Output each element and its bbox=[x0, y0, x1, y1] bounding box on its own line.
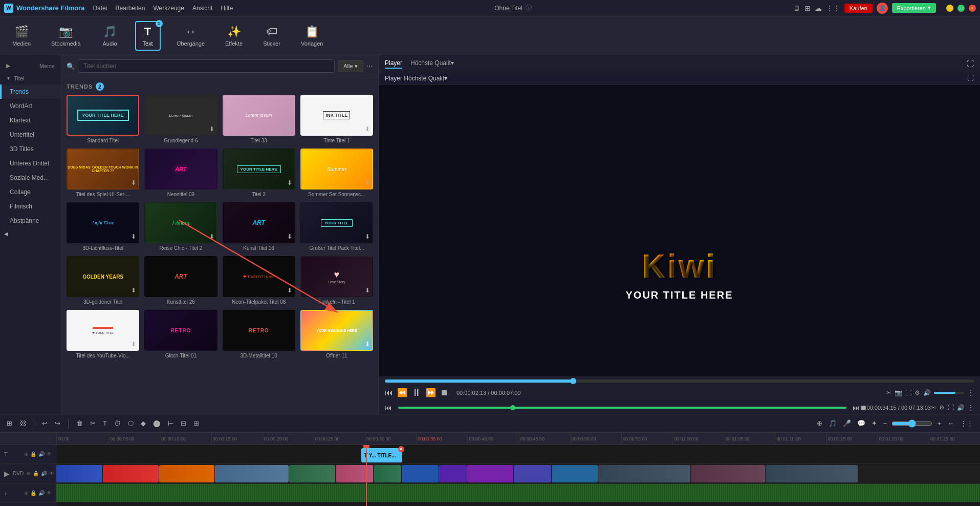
tl-keyframe[interactable]: ◆ bbox=[139, 418, 147, 429]
list-item[interactable]: INK TITLE ⬇ Tinte Titel 1 bbox=[300, 95, 373, 143]
inner-tab-quality[interactable]: Höchste Qualit▾ bbox=[404, 75, 447, 82]
tl-tool-2[interactable]: ⛓ bbox=[18, 418, 28, 429]
thumbnail-reise-chic[interactable]: Filmora ⬇ bbox=[144, 202, 217, 243]
bottom-fullscreen-button[interactable]: ⛶ bbox=[948, 404, 954, 411]
tl-plus[interactable]: + bbox=[935, 418, 943, 429]
bottom-stop-button[interactable]: ⏹ bbox=[860, 404, 867, 412]
menu-bearbeiten[interactable]: Bearbeiten bbox=[115, 5, 145, 12]
track-volume-icon-3[interactable]: 🔊 bbox=[38, 490, 45, 496]
tab-quality[interactable]: Höchste Qualit▾ bbox=[410, 58, 454, 69]
video-clip[interactable] bbox=[467, 465, 513, 482]
tl-crop[interactable]: ⬡ bbox=[126, 418, 135, 429]
track-add-icon-3[interactable]: ⊕ bbox=[24, 490, 28, 496]
tl-ai[interactable]: ✦ bbox=[870, 418, 879, 429]
list-item[interactable]: Light Flow ⬇ 3D-Lichtfluss-Titel bbox=[67, 202, 139, 251]
sidebar-item-untertitel[interactable]: Untertitel bbox=[0, 128, 61, 142]
video-clip[interactable] bbox=[766, 465, 858, 482]
filter-dropdown[interactable]: Alle ▾ bbox=[338, 60, 363, 72]
tl-redo[interactable]: ↪ bbox=[53, 418, 62, 429]
title-clip-delete-badge[interactable]: ✕ bbox=[398, 446, 404, 452]
video-clip[interactable] bbox=[374, 465, 401, 482]
user-avatar[interactable]: 👤 bbox=[877, 3, 888, 14]
thumbnail-spiel[interactable]: DOES MIDAS' GOLDEN TOUCH WORK IN CHAPTER… bbox=[67, 149, 139, 189]
list-item[interactable]: ART ⬇ Kunst Titel 16 bbox=[223, 202, 295, 251]
sidebar-item-wordart[interactable]: WordArt bbox=[0, 99, 61, 113]
tl-audio[interactable]: 🎵 bbox=[827, 418, 838, 429]
sidebar-item-3dtitles[interactable]: 3D Titles bbox=[0, 142, 61, 156]
tl-minus[interactable]: − bbox=[882, 418, 889, 429]
track-add-icon-2[interactable]: ⊕ bbox=[27, 471, 31, 476]
list-item[interactable]: YOUR TITLE HERE Standard Titel bbox=[67, 95, 139, 143]
sidebar-item-klartext[interactable]: Klartext bbox=[0, 113, 61, 128]
frame-back-button[interactable]: ⏪ bbox=[397, 388, 407, 397]
thumbnail-offner[interactable]: YOUR HEADLINE HERE ⬇ bbox=[300, 310, 373, 351]
tl-blend[interactable]: ⬤ bbox=[151, 418, 162, 429]
list-item[interactable]: ART Kunsttitel 26 bbox=[144, 256, 217, 305]
list-item[interactable]: YOUR TITLE HERE ⬇ Titel 2 bbox=[223, 149, 295, 197]
list-item[interactable]: YOUR HEADLINE HERE ⬇ Öffner 11 bbox=[300, 310, 373, 359]
video-clip[interactable] bbox=[103, 465, 158, 482]
more-options-button[interactable]: ··· bbox=[366, 61, 373, 71]
list-item[interactable]: Lorem ipsum ⬇ Titel 33 bbox=[223, 95, 295, 143]
list-item[interactable]: ♥ Love Story ⬇ Funkeln - Titel 1 bbox=[300, 256, 373, 305]
toolbar-uebergaenge[interactable]: ↔ Übergänge bbox=[173, 22, 209, 50]
list-item[interactable]: GOLDEN YEARS ⬇ 3D-goldener Titel bbox=[67, 256, 139, 305]
inner-tab-player[interactable]: Player bbox=[385, 75, 402, 82]
thumbnail-tinte-1[interactable]: INK TITLE ⬇ bbox=[300, 95, 373, 136]
video-clip[interactable] bbox=[215, 465, 289, 482]
title-clip[interactable]: T Y... TITLE... ✕ bbox=[361, 448, 402, 462]
tl-fit[interactable]: ↔ bbox=[946, 418, 955, 429]
track-lock-icon[interactable]: 🔒 bbox=[30, 451, 36, 457]
thumbnail-titel-33[interactable]: Lorem ipsum ⬇ bbox=[223, 95, 295, 136]
thumbnail-glitch[interactable]: RETRO bbox=[144, 310, 217, 351]
track-visibility-icon[interactable]: 👁 bbox=[47, 451, 52, 457]
search-input[interactable] bbox=[78, 59, 335, 73]
tl-voice[interactable]: 🎤 bbox=[841, 418, 853, 429]
bottom-progress-bar[interactable] bbox=[398, 407, 846, 409]
menu-ansicht[interactable]: Ansicht bbox=[192, 5, 212, 12]
tl-edit[interactable]: ⊟ bbox=[179, 418, 188, 429]
track-visibility-icon-2[interactable]: 👁 bbox=[49, 471, 54, 476]
sidebar-item-filmisch[interactable]: Filmisch bbox=[0, 199, 61, 214]
video-clip[interactable] bbox=[514, 465, 551, 482]
bottom-forward-button[interactable]: ⏭ bbox=[853, 404, 860, 412]
track-volume-icon-2[interactable]: 🔊 bbox=[41, 471, 47, 476]
thumbnail-grundlegend-6[interactable]: Lorem ipsum ⬇ bbox=[144, 95, 217, 136]
fullscreen-button[interactable]: ⛶ bbox=[905, 389, 911, 396]
toolbar-vorlagen[interactable]: 📋 Vorlagen bbox=[297, 22, 327, 50]
track-add-icon[interactable]: ⊕ bbox=[24, 451, 28, 457]
tl-dots[interactable]: ⋮⋮ bbox=[959, 418, 975, 429]
thumbnail-golden[interactable]: GOLDEN YEARS ⬇ bbox=[67, 256, 139, 297]
bottom-crop-button[interactable]: ✂ bbox=[931, 404, 936, 411]
video-clip[interactable] bbox=[691, 465, 765, 482]
list-item[interactable]: ❤ EVERYTHING ⬇ Neon-Titelpaket Titel 08 bbox=[223, 256, 295, 305]
inner-fullscreen-icon[interactable]: ⛶ bbox=[967, 74, 974, 82]
thumbnail-kunst26[interactable]: ART bbox=[144, 256, 217, 297]
buy-button[interactable]: Kaufen bbox=[844, 4, 873, 13]
tl-split[interactable]: ⊢ bbox=[166, 418, 175, 429]
tl-tool-1[interactable]: ⊞ bbox=[5, 418, 14, 429]
thumbnail-neon08[interactable]: ❤ EVERYTHING ⬇ bbox=[223, 256, 295, 297]
toolbar-medien[interactable]: 🎬 Medien bbox=[8, 22, 35, 50]
toolbar-stockmedia[interactable]: 📷 Stockmedia bbox=[47, 22, 84, 50]
sidebar-item-abstpanne[interactable]: Abstpänne bbox=[0, 214, 61, 228]
maximize-button[interactable]: □ bbox=[957, 5, 965, 12]
list-item[interactable]: RETRO Glitch-Titel 01 bbox=[144, 310, 217, 359]
thumbnail-3dmetal[interactable]: RETRO bbox=[223, 310, 295, 351]
video-clip[interactable] bbox=[56, 465, 102, 482]
crop-button[interactable]: ✂ bbox=[886, 389, 891, 396]
video-clip[interactable] bbox=[402, 465, 439, 482]
thumbnail-neontitel-09[interactable]: ART bbox=[144, 149, 217, 189]
video-clip[interactable] bbox=[598, 465, 691, 482]
toolbar-sticker[interactable]: 🏷 Sticker bbox=[259, 22, 285, 50]
player-fullscreen-icon[interactable]: ⛶ bbox=[967, 59, 974, 68]
tl-delete[interactable]: 🗑 bbox=[75, 418, 84, 429]
zoom-slider[interactable] bbox=[891, 419, 932, 428]
sidebar-item-unteres-drittel[interactable]: Unteres Drittel bbox=[0, 156, 61, 171]
track-volume-icon[interactable]: 🔊 bbox=[38, 451, 45, 457]
bottom-volume-button[interactable]: 🔊 bbox=[957, 404, 965, 411]
tl-snap[interactable]: ⊕ bbox=[815, 418, 824, 429]
list-item[interactable]: ❤ YOUR TITLE ⬇ Titel des YouTube-Vlo... bbox=[67, 310, 139, 359]
list-item[interactable]: Filmora ⬇ Reise Chic - Titel 2 bbox=[144, 202, 217, 251]
video-clip[interactable] bbox=[336, 465, 373, 482]
